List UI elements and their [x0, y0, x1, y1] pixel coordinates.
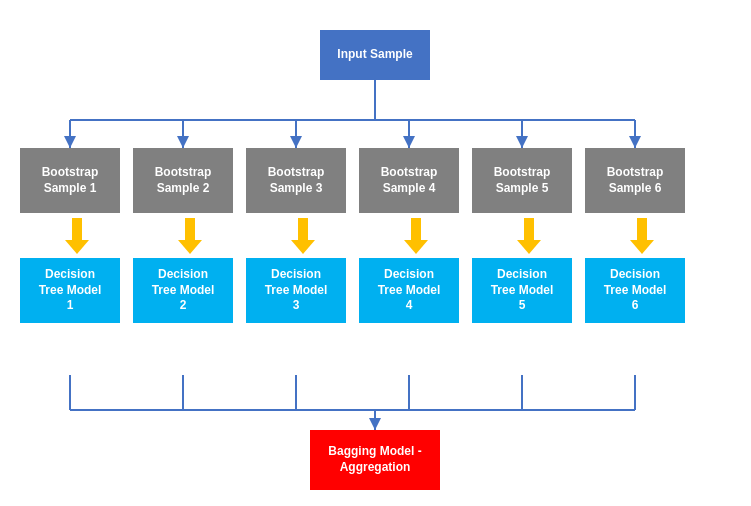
bootstrap-sample-2: BootstrapSample 2	[133, 148, 233, 213]
tree-model-1: DecisionTree Model1	[20, 258, 120, 323]
arrow-3	[291, 218, 315, 254]
svg-marker-12	[516, 136, 528, 148]
svg-marker-9	[177, 136, 189, 148]
tree-model-5-label: DecisionTree Model5	[491, 267, 554, 314]
svg-marker-13	[629, 136, 641, 148]
bootstrap-sample-4: BootstrapSample 4	[359, 148, 459, 213]
bootstrap-sample-2-label: BootstrapSample 2	[155, 165, 212, 196]
bootstrap-sample-5-label: BootstrapSample 5	[494, 165, 551, 196]
arrow-1	[65, 218, 89, 254]
bagging-model-label: Bagging Model - Aggregation	[310, 444, 440, 475]
arrow-2	[178, 218, 202, 254]
arrow-4	[404, 218, 428, 254]
tree-model-2-label: DecisionTree Model2	[152, 267, 215, 314]
bagging-model-box: Bagging Model - Aggregation	[310, 430, 440, 490]
bootstrap-sample-3-label: BootstrapSample 3	[268, 165, 325, 196]
tree-model-6-label: DecisionTree Model6	[604, 267, 667, 314]
input-sample-box: Input Sample	[320, 30, 430, 80]
bootstrap-sample-6-label: BootstrapSample 6	[607, 165, 664, 196]
bootstrap-sample-1-label: BootstrapSample 1	[42, 165, 99, 196]
diagram: Input Sample BootstrapSample 1 Bootstrap…	[0, 0, 751, 506]
tree-model-3: DecisionTree Model3	[246, 258, 346, 323]
input-sample-label: Input Sample	[337, 47, 412, 63]
svg-marker-11	[403, 136, 415, 148]
tree-model-2: DecisionTree Model2	[133, 258, 233, 323]
bootstrap-sample-1: BootstrapSample 1	[20, 148, 120, 213]
tree-model-5: DecisionTree Model5	[472, 258, 572, 323]
svg-marker-22	[369, 418, 381, 430]
tree-model-4: DecisionTree Model4	[359, 258, 459, 323]
arrow-5	[517, 218, 541, 254]
bootstrap-sample-3: BootstrapSample 3	[246, 148, 346, 213]
arrow-6	[630, 218, 654, 254]
tree-model-4-label: DecisionTree Model4	[378, 267, 441, 314]
tree-model-3-label: DecisionTree Model3	[265, 267, 328, 314]
bootstrap-sample-6: BootstrapSample 6	[585, 148, 685, 213]
bootstrap-sample-4-label: BootstrapSample 4	[381, 165, 438, 196]
bootstrap-sample-5: BootstrapSample 5	[472, 148, 572, 213]
svg-marker-10	[290, 136, 302, 148]
tree-model-1-label: DecisionTree Model1	[39, 267, 102, 314]
svg-marker-8	[64, 136, 76, 148]
tree-model-6: DecisionTree Model6	[585, 258, 685, 323]
